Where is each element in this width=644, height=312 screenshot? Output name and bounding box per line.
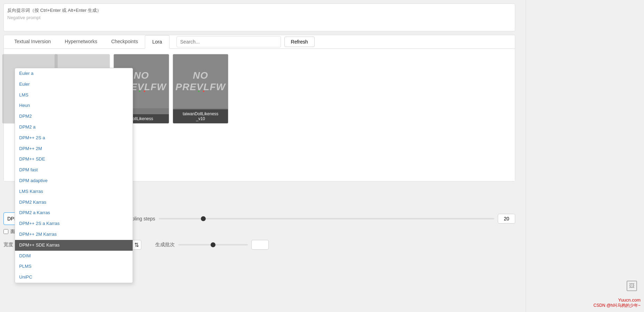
- dropdown-item-dpm2karras[interactable]: DPM2 Karras: [15, 197, 133, 208]
- sampling-steps-slider[interactable]: [159, 218, 494, 219]
- width-label: 宽度: [3, 242, 13, 248]
- lora-card-preview-2: NOPREVLFW ● ●: [173, 54, 228, 108]
- dropdown-item-unipc[interactable]: UniPC: [15, 272, 133, 283]
- refresh-button[interactable]: Refresh: [284, 37, 315, 47]
- dropdown-item-heun[interactable]: Heun: [15, 100, 133, 111]
- right-panel: 🖼 Yuucn.com CSDN @h叫乌鸦的少年~: [526, 0, 644, 312]
- batch-group: 生成批次 1: [155, 240, 269, 250]
- image-placeholder-icon: 🖼: [627, 281, 637, 291]
- lora-card-name-2: taiwanDollLikeness_v10: [173, 109, 228, 123]
- watermark-line2: CSDN @h叫乌鸦的少年~: [594, 303, 641, 309]
- tab-textual-inversion[interactable]: Textual Inversion: [7, 35, 58, 48]
- negative-prompt-placeholder: Negative prompt: [7, 15, 511, 20]
- main-content: 反向提示词（按 Ctrl+Enter 或 Alt+Enter 生成） Negat…: [0, 0, 519, 185]
- dropdown-item-dppmsde[interactable]: DPM++ SDE: [15, 154, 133, 165]
- watermark: Yuucn.com CSDN @h叫乌鸦的少年~: [594, 297, 641, 309]
- dropdown-item-dpm2akarras[interactable]: DPM2 a Karras: [15, 208, 133, 218]
- dropdown-item-dpmpp2sa[interactable]: DPM++ 2S a: [15, 133, 133, 143]
- negative-prompt-title: 反向提示词（按 Ctrl+Enter 或 Alt+Enter 生成）: [7, 7, 511, 14]
- dropdown-item-dpmppsdekarras[interactable]: DPM++ SDE Karras: [15, 240, 133, 251]
- dropdown-item-dpmadaptive[interactable]: DPM adaptive: [15, 176, 133, 186]
- batch-value-input[interactable]: 1: [251, 240, 269, 250]
- negative-prompt-area: 反向提示词（按 Ctrl+Enter 或 Alt+Enter 生成） Negat…: [3, 3, 515, 31]
- batch-slider[interactable]: [178, 244, 248, 245]
- sampler-dropdown-list: Euler a Euler LMS Heun DPM2 DPM2 a DPM++…: [15, 68, 133, 283]
- dropdown-item-plms[interactable]: PLMS: [15, 261, 133, 272]
- dropdown-item-dpmpp2mkarras[interactable]: DPM++ 2M Karras: [15, 229, 133, 240]
- dropdown-item-lmskarras[interactable]: LMS Karras: [15, 186, 133, 197]
- sampling-steps-value[interactable]: 20: [498, 214, 515, 224]
- tab-checkpoints[interactable]: Checkpoints: [104, 35, 145, 48]
- tab-hypernetworks[interactable]: Hypernetworks: [58, 35, 104, 48]
- sampling-steps-group: Sampling steps 20: [122, 214, 515, 224]
- dropdown-item-dpmfast[interactable]: DPM fast: [15, 165, 133, 176]
- dropdown-item-dpm2a[interactable]: DPM2 a: [15, 122, 133, 133]
- dropdown-item-euler-a[interactable]: Euler a: [15, 68, 133, 79]
- lora-card-taiwan[interactable]: NOPREVLFW ● ● taiwanDollLikeness_v10: [173, 54, 228, 124]
- tab-search-input[interactable]: [176, 36, 281, 47]
- dropdown-item-euler[interactable]: Euler: [15, 79, 133, 90]
- swap-icon[interactable]: ⇅: [132, 240, 141, 250]
- batch-label: 生成批次: [155, 242, 175, 248]
- tabs-header: Textual Inversion Hypernetworks Checkpoi…: [4, 35, 515, 49]
- watermark-line1: Yuucn.com: [594, 297, 641, 303]
- dropdown-item-dpm2[interactable]: DPM2: [15, 111, 133, 122]
- tab-lora[interactable]: Lora: [145, 35, 169, 49]
- dropdown-item-dpmpp2sakarras[interactable]: DPM++ 2S a Karras: [15, 218, 133, 229]
- dropdown-item-dpmpp2m[interactable]: DPM++ 2M: [15, 143, 133, 154]
- dropdown-item-lms[interactable]: LMS: [15, 90, 133, 101]
- dropdown-item-ddim[interactable]: DDIM: [15, 251, 133, 262]
